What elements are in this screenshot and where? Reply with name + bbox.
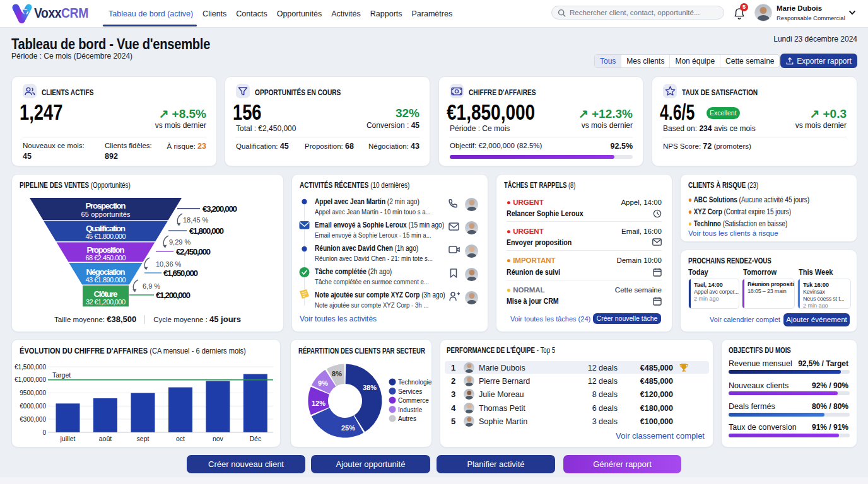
svg-text:nov: nov <box>213 435 224 442</box>
svg-text:juillet: juillet <box>60 435 76 442</box>
svg-text:65 opportunités: 65 opportunités <box>81 210 131 218</box>
svg-text:9,29 %: 9,29 % <box>169 238 191 246</box>
svg-text:32 €1,200,000: 32 €1,200,000 <box>86 298 126 306</box>
svg-text:€300,000: €300,000 <box>20 416 46 423</box>
svg-text:Commerce: Commerce <box>398 397 429 404</box>
svg-text:0: 0 <box>42 429 46 436</box>
svg-text:12%: 12% <box>312 400 326 407</box>
svg-text:6,9 %: 6,9 % <box>143 282 160 290</box>
svg-text:€1,000,000: €1,000,000 <box>15 376 46 383</box>
svg-text:€2,450,000: €2,450,000 <box>176 247 211 256</box>
svg-text:€1,500,000: €1,500,000 <box>15 364 46 371</box>
svg-text:oct: oct <box>176 435 185 442</box>
svg-text:38%: 38% <box>363 384 377 391</box>
svg-text:Négociation: Négociation <box>86 267 126 277</box>
svg-text:25%: 25% <box>341 424 355 432</box>
svg-text:Qualification: Qualification <box>86 224 126 233</box>
svg-text:Prospection: Prospection <box>86 201 126 210</box>
svg-text:€1,800,000: €1,800,000 <box>189 226 224 236</box>
svg-text:Services: Services <box>398 388 422 395</box>
svg-text:8%: 8% <box>332 370 342 377</box>
svg-text:août: août <box>99 435 112 442</box>
svg-text:10,36 %: 10,36 % <box>156 260 182 268</box>
svg-text:€3,200,000: €3,200,000 <box>202 204 237 214</box>
svg-text:45 €1.800.000: 45 €1.800.000 <box>86 233 126 240</box>
svg-text:9500,000: 9500,000 <box>20 389 46 396</box>
svg-text:Industrie: Industrie <box>398 406 423 413</box>
svg-text:Proposition: Proposition <box>87 245 125 255</box>
svg-text:18,45 %: 18,45 % <box>183 216 209 224</box>
svg-text:Clôture: Clôture <box>94 289 118 299</box>
svg-text:Technologie: Technologie <box>398 379 432 386</box>
svg-text:Déc: Déc <box>249 435 261 442</box>
svg-text:43 €1.890.000: 43 €1.890.000 <box>86 276 126 284</box>
svg-text:68 €2.450.000: 68 €2.450.000 <box>86 254 126 262</box>
svg-text:€1,200,000: €1,200,000 <box>156 291 191 300</box>
svg-text:Autres: Autres <box>398 415 416 422</box>
svg-text:sept: sept <box>137 435 150 442</box>
svg-text:9%: 9% <box>318 379 328 387</box>
svg-text:€1,650,000: €1,650,000 <box>163 268 198 278</box>
svg-text:€000,000: €000,000 <box>20 403 46 410</box>
svg-text:Target: Target <box>52 371 71 379</box>
